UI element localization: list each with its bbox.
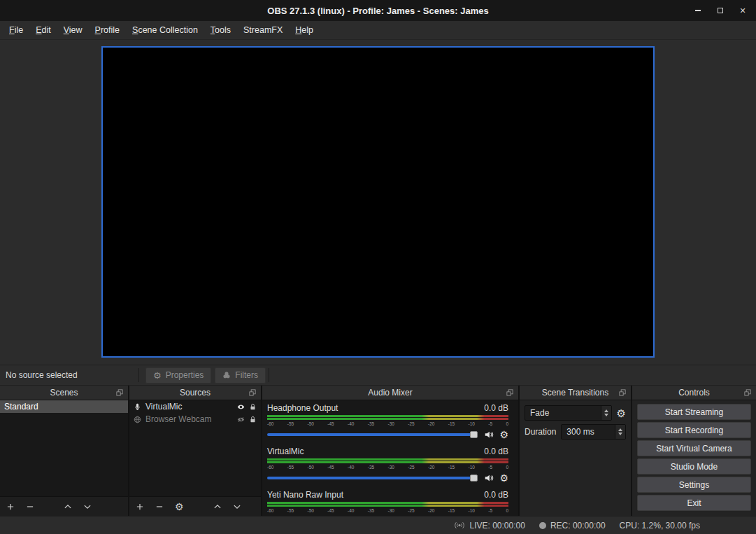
move-scene-down-icon[interactable] [83,503,92,511]
scene-item-standard[interactable]: Standard [0,400,128,413]
menu-item-streamfx[interactable]: StreamFX [237,21,289,39]
start-virtual-camera-button[interactable]: Start Virtual Camera [637,440,751,456]
duration-value: 300 ms [562,427,615,437]
studio-mode-button[interactable]: Studio Mode [637,458,751,475]
status-bar: LIVE: 00:00:00 REC: 00:00:00 CPU: 1.2%, … [0,516,756,534]
mixer-channel-name: VirtualMic [267,446,304,457]
live-status-item: LIVE: 00:00:00 [454,521,525,531]
settings-button[interactable]: Settings [637,477,751,493]
menu-item-help[interactable]: Help [289,21,320,39]
visibility-on-eye-icon[interactable] [237,403,245,411]
minimize-button[interactable] [693,6,703,15]
menu-item-scene-collection[interactable]: Scene Collection [126,21,204,39]
move-source-down-icon[interactable] [233,503,241,511]
sources-toolbar: ⚙ [129,496,261,516]
move-scene-up-icon[interactable] [64,503,72,511]
sources-list: VirtualMic Browser Webcam [129,400,261,496]
meter-bar [267,418,508,420]
mixer-channel-yeti-nano-raw-input: Yeti Nano Raw Input 0.0 dB -60-55-50-45-… [267,489,508,516]
menu-item-view[interactable]: View [57,21,89,39]
duration-spinbox[interactable]: 300 ms [561,424,626,440]
transition-value: Fade [525,408,601,418]
volume-slider-handle[interactable] [470,475,478,482]
menu-item-tools[interactable]: Tools [204,21,237,39]
speaker-icon[interactable] [484,430,494,440]
menu-item-edit[interactable]: Edit [29,21,57,39]
source-properties-gear-icon[interactable]: ⚙ [175,502,184,512]
visibility-off-eye-icon[interactable] [237,416,245,423]
meter-scale-tick: -10 [469,464,475,470]
audio-mixer-dock-header: Audio Mixer [262,386,518,400]
globe-icon [134,416,141,423]
volume-slider-handle[interactable] [470,431,478,438]
meter-scale-tick: -55 [287,507,294,514]
exit-button[interactable]: Exit [637,495,751,511]
mixer-channel-headphone-output: Headphone Output 0.0 dB -60-55-50-45-40-… [267,402,508,441]
volume-slider-track [267,477,478,479]
add-scene-icon[interactable] [6,503,15,511]
meter-scale-tick: 0 [506,464,508,470]
lock-icon[interactable] [249,416,257,423]
meter-scale-tick: -5 [488,421,492,427]
lock-icon[interactable] [249,403,257,411]
properties-button[interactable]: ⚙ Properties [145,367,211,384]
mic-icon [134,403,141,411]
gear-icon[interactable]: ⚙ [499,430,508,440]
controls-dock-header: Controls [632,386,756,400]
rec-status: REC: 00:00:00 [550,521,606,531]
move-source-up-icon[interactable] [213,503,222,511]
remove-source-icon[interactable] [155,503,164,511]
meter-bar [267,502,508,504]
meter-scale-tick: 0 [506,507,508,514]
sources-dock: Sources VirtualMic Browser Webcam ⚙ [129,386,261,516]
volume-slider[interactable] [267,472,478,484]
meter-scale-tick: -60 [267,421,273,427]
meter-scale-tick: -5 [488,464,492,470]
volume-slider-track [267,433,478,436]
duration-label: Duration [525,427,556,437]
audio-mixer-list: Headphone Output 0.0 dB -60-55-50-45-40-… [262,400,518,516]
transition-select[interactable]: Fade [525,405,612,421]
popout-icon [506,388,514,397]
mixer-channel-level: 0.0 dB [484,446,508,457]
spin-down-icon[interactable] [604,414,608,416]
maximize-icon [718,8,723,13]
menu-item-profile[interactable]: Profile [89,21,126,39]
preview-canvas[interactable] [101,46,655,358]
window-controls: ✕ [693,0,748,21]
speaker-icon[interactable] [484,473,494,483]
meter-scale-tick: -40 [348,421,354,427]
start-recording-button[interactable]: Start Recording [637,422,751,438]
dock-area: Scenes Standard Sources VirtualMic [0,386,756,516]
obs-window: OBS 27.1.3 (linux) - Profile: James - Sc… [0,0,756,534]
gear-icon[interactable]: ⚙ [499,473,508,483]
transition-settings-gear-icon[interactable]: ⚙ [617,408,626,419]
source-toolbar: No source selected ⚙ Properties Filters [0,365,756,386]
spin-up-icon[interactable] [618,428,622,431]
source-name: VirtualMic [145,402,182,412]
volume-slider[interactable] [267,515,478,516]
remove-scene-icon[interactable] [26,503,34,511]
popout-icon [115,388,124,397]
spin-up-icon[interactable] [604,409,608,412]
source-item-virtualmic[interactable]: VirtualMic [129,400,261,413]
start-streaming-button[interactable]: Start Streaming [637,404,751,420]
volume-meter [267,415,508,420]
menu-item-file[interactable]: File [3,21,29,39]
meter-scale-tick: -35 [368,464,374,470]
close-button[interactable]: ✕ [738,6,748,15]
broadcast-icon [454,521,465,530]
meter-scale-tick: -15 [448,507,455,514]
filters-button[interactable]: Filters [215,367,266,384]
mixer-channel-name: Headphone Output [267,402,338,414]
spinbox-arrows[interactable] [615,425,625,439]
combo-spinner[interactable] [601,406,611,420]
volume-slider[interactable] [267,428,478,441]
meter-scale-tick: -35 [368,507,374,514]
maximize-button[interactable] [715,6,725,15]
add-source-icon[interactable] [136,503,144,511]
spin-down-icon[interactable] [618,433,622,435]
source-item-browser-webcam[interactable]: Browser Webcam [129,413,261,426]
meter-scale-tick: -5 [488,507,492,514]
meter-scale-tick: -25 [408,464,414,470]
